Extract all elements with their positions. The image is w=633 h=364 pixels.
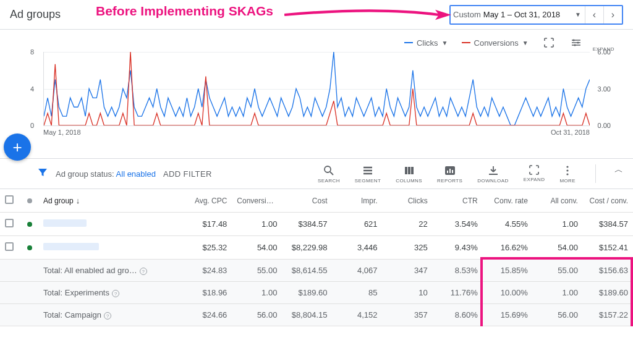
y-left-tick: 0 bbox=[30, 122, 34, 129]
row-status-dot[interactable] bbox=[22, 236, 38, 260]
chevron-down-icon[interactable]: ▼ bbox=[571, 11, 585, 18]
add-fab-button[interactable]: + bbox=[4, 133, 31, 161]
toolbar-search[interactable]: SEARCH bbox=[318, 164, 340, 184]
svg-rect-8 bbox=[447, 171, 448, 173]
metric-secondary-picker[interactable]: Conversions ▼ bbox=[462, 38, 529, 48]
svg-rect-10 bbox=[452, 170, 453, 173]
time-series-chart[interactable]: 8 4 0 6.00 3.00 0.00 bbox=[43, 52, 590, 126]
row-checkbox[interactable] bbox=[0, 236, 22, 260]
chevron-down-icon: ▼ bbox=[522, 40, 529, 46]
help-icon[interactable]: ? bbox=[104, 312, 111, 320]
table-total-row: Total: Campaign?$24.6656.00$8,804.154,15… bbox=[0, 304, 633, 326]
svg-rect-5 bbox=[408, 167, 410, 174]
svg-point-0 bbox=[572, 39, 574, 41]
svg-rect-6 bbox=[411, 167, 414, 174]
col-ad-group[interactable]: Ad group↓ bbox=[38, 189, 182, 213]
filter-status[interactable]: Ad group status: All enabled bbox=[56, 169, 156, 179]
col-conversions[interactable]: Conversions bbox=[232, 189, 282, 213]
collapse-toolbar-icon[interactable]: ︿ bbox=[614, 164, 623, 176]
chart-lines bbox=[44, 52, 590, 125]
y-left-tick: 4 bbox=[30, 85, 34, 93]
chart-options-icon[interactable] bbox=[569, 36, 583, 49]
toolbar-segment[interactable]: SEGMENT bbox=[355, 164, 381, 184]
annotation-title: Before Implementing SKAGs bbox=[96, 4, 273, 19]
col-cost[interactable]: Cost bbox=[282, 189, 332, 213]
metric-secondary-label: Conversions bbox=[474, 38, 519, 48]
annotation-arrow-icon bbox=[284, 9, 451, 21]
toolbar-columns[interactable]: COLUMNS bbox=[396, 164, 422, 184]
toolbar-reports[interactable]: REPORTS bbox=[437, 164, 462, 184]
toolbar: Ad group status: All enabled ADD FILTER … bbox=[0, 158, 633, 189]
date-custom-label: Custom bbox=[453, 10, 483, 19]
toolbar-expand[interactable]: EXPAND bbox=[524, 164, 545, 182]
date-range-picker[interactable]: Custom May 1 – Oct 31, 2018 ▼ ‹ › bbox=[449, 5, 623, 25]
col-clicks[interactable]: Clicks bbox=[383, 189, 433, 213]
svg-point-11 bbox=[567, 166, 569, 167]
svg-point-12 bbox=[567, 169, 569, 171]
toolbar-more[interactable]: MORE bbox=[559, 164, 576, 184]
sort-down-icon: ↓ bbox=[76, 196, 80, 205]
date-next-button[interactable]: › bbox=[603, 6, 622, 23]
status-header[interactable] bbox=[22, 189, 38, 213]
chart-x-axis: May 1, 2018 Oct 31, 2018 bbox=[43, 126, 590, 136]
svg-point-13 bbox=[567, 173, 569, 175]
select-all-header[interactable] bbox=[0, 189, 22, 213]
row-checkbox[interactable] bbox=[0, 213, 22, 236]
x-end-label: Oct 31, 2018 bbox=[551, 129, 590, 136]
table-row[interactable]: $17.481.00$384.57621223.54%4.55%1.00$384… bbox=[0, 213, 633, 236]
metrics-bar: Clicks ▼ Conversions ▼ EXPAND bbox=[0, 30, 633, 52]
page-title: Ad groups bbox=[10, 8, 61, 21]
metric-primary-swatch bbox=[404, 42, 413, 44]
table-total-row: Total: All enabled ad gro…?$24.8355.00$8… bbox=[0, 260, 633, 282]
metric-primary-label: Clicks bbox=[417, 38, 438, 48]
y-right-tick: 0.00 bbox=[598, 122, 611, 129]
metric-primary-picker[interactable]: Clicks ▼ bbox=[404, 38, 448, 48]
col-conv-rate[interactable]: Conv. rate bbox=[483, 189, 533, 213]
y-left-tick: 8 bbox=[30, 48, 34, 56]
total-label: Total: Campaign? bbox=[38, 304, 182, 326]
y-right-tick: 3.00 bbox=[598, 85, 611, 93]
svg-rect-4 bbox=[405, 167, 407, 174]
help-icon[interactable]: ? bbox=[140, 268, 147, 275]
table-total-row: Total: Experiments?$18.961.00$189.608510… bbox=[0, 282, 633, 304]
col-cost-per-conv[interactable]: Cost / conv. bbox=[583, 189, 633, 213]
date-range-text: May 1 – Oct 31, 2018 bbox=[483, 10, 571, 19]
col-avg-cpc[interactable]: Avg. CPC bbox=[182, 189, 232, 213]
table-wrap: Ad group↓ Avg. CPC Conversions Cost Impr… bbox=[0, 189, 633, 326]
table-row[interactable]: $25.3254.00$8,229.983,4463259.43%16.62%5… bbox=[0, 236, 633, 260]
col-all-conv[interactable]: All conv. bbox=[533, 189, 583, 213]
ad-groups-table: Ad group↓ Avg. CPC Conversions Cost Impr… bbox=[0, 189, 633, 326]
svg-point-1 bbox=[577, 41, 579, 43]
col-impr[interactable]: Impr. bbox=[333, 189, 383, 213]
row-status-dot[interactable] bbox=[22, 213, 38, 236]
chevron-down-icon: ▼ bbox=[442, 40, 448, 46]
toolbar-download[interactable]: DOWNLOAD bbox=[477, 164, 508, 184]
filter-icon[interactable] bbox=[37, 167, 48, 180]
y-right-tick: 6.00 bbox=[598, 48, 611, 56]
ad-group-name[interactable] bbox=[38, 213, 182, 236]
svg-point-3 bbox=[325, 166, 331, 172]
total-label: Total: All enabled ad gro…? bbox=[38, 260, 182, 282]
help-icon[interactable]: ? bbox=[112, 290, 119, 297]
add-filter-button[interactable]: ADD FILTER bbox=[163, 169, 212, 179]
svg-point-2 bbox=[574, 44, 576, 46]
table-header-row: Ad group↓ Avg. CPC Conversions Cost Impr… bbox=[0, 189, 633, 213]
svg-rect-9 bbox=[449, 169, 451, 173]
chart-wrap: 8 4 0 6.00 3.00 0.00 May 1, 2018 Oct 31,… bbox=[0, 52, 633, 152]
expand-chart-icon[interactable] bbox=[542, 36, 556, 49]
x-start-label: May 1, 2018 bbox=[43, 129, 81, 136]
col-ctr[interactable]: CTR bbox=[433, 189, 483, 213]
header-bar: Ad groups Before Implementing SKAGs Cust… bbox=[0, 0, 633, 30]
total-label: Total: Experiments? bbox=[38, 282, 182, 304]
metric-secondary-swatch bbox=[462, 42, 470, 44]
ad-group-name[interactable] bbox=[38, 236, 182, 260]
date-prev-button[interactable]: ‹ bbox=[585, 6, 603, 23]
